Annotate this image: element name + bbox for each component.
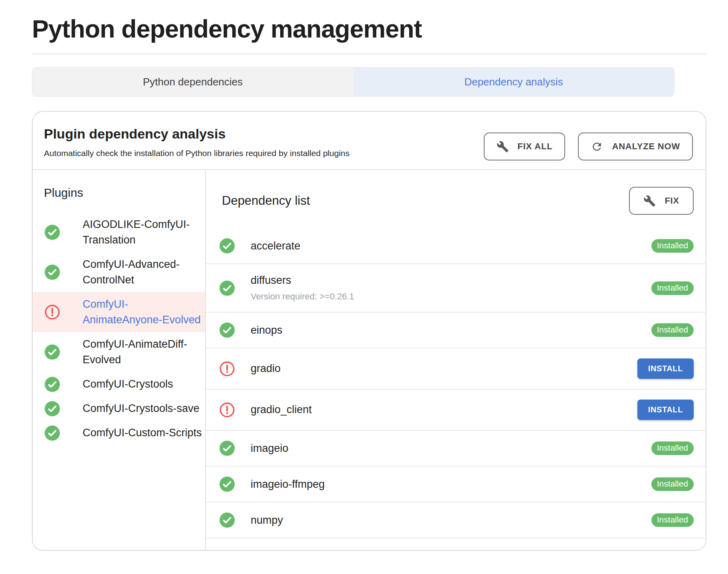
installed-badge: Installed [651,239,694,253]
dependency-text: einops [251,324,283,336]
dependency-name: imageio [251,442,289,455]
dependency-text: accelerate [251,240,301,252]
plugin-list-item[interactable]: ComfyUI-AnimateAnyone-Evolved [33,292,205,332]
installed-badge: Installed [651,477,694,491]
check-circle-icon [220,238,235,253]
analyze-now-button[interactable]: ANALYZE NOW [578,133,693,160]
installed-badge: Installed [651,281,694,295]
dependency-text: gradio [251,362,281,375]
error-circle-icon [220,361,235,376]
fix-all-button[interactable]: FIX ALL [484,133,566,160]
dependency-name: gradio_client [251,404,312,416]
check-circle-icon [220,477,235,492]
check-circle-icon [220,513,235,528]
card-body: Plugins AIGODLIKE-ComfyUI-Translation Co… [33,169,706,551]
check-circle-icon [220,513,235,528]
check-circle-icon [45,426,60,441]
dependency-name: numpy [251,514,283,526]
fix-all-label: FIX ALL [518,141,553,152]
dependency-text: numpy [251,514,283,526]
dependency-row: einops Installed [206,312,706,348]
check-circle-icon [45,401,60,416]
card-header-actions: FIX ALL ANALYZE NOW [484,133,693,160]
wrench-icon [497,141,509,153]
dependency-version-note: Version required: >=0.26.1 [251,291,354,302]
check-circle-icon [45,265,60,280]
plugin-dependency-analysis-card: Plugin dependency analysis Automatically… [32,111,706,551]
plugin-name: ComfyUI-AnimateDiff-Evolved [83,336,202,368]
check-circle-icon [45,344,60,360]
plugin-list-item[interactable]: AIGODLIKE-ComfyUI-Translation [33,212,205,252]
check-circle-icon [45,225,60,240]
check-circle-icon [220,477,235,492]
dependency-row: accelerate Installed [206,228,706,263]
dependency-name: einops [251,324,283,336]
page-title: Python dependency management [32,14,706,43]
card-title: Plugin dependency analysis [44,126,350,142]
install-button[interactable]: INSTALL [637,358,694,379]
dependency-row: imageio Installed [206,430,706,466]
dependency-row: imageio-ffmpeg Installed [206,466,706,502]
refresh-icon [591,141,603,153]
plugin-name: AIGODLIKE-ComfyUI-Translation [83,217,202,248]
check-circle-icon [220,441,235,456]
tab-bar: Python dependencies Dependency analysis [32,67,675,97]
check-circle-icon [220,323,235,338]
check-circle-icon [45,344,60,360]
plugins-panel: Plugins AIGODLIKE-ComfyUI-Translation Co… [33,170,205,551]
dependency-text: imageio [251,442,289,455]
dependency-text: imageio-ffmpeg [251,478,325,491]
analyze-now-label: ANALYZE NOW [612,141,680,152]
page: Python dependency management Python depe… [0,14,728,551]
check-circle-icon [220,441,235,456]
check-circle-icon [45,377,60,392]
check-circle-icon [45,426,60,441]
wrench-icon [643,195,656,207]
tab-python-dependencies[interactable]: Python dependencies [32,67,353,96]
tab-dependency-analysis[interactable]: Dependency analysis [353,67,674,96]
plugin-name: ComfyUI-Crystools-save [83,401,200,416]
plugin-list-item[interactable]: ComfyUI-AnimateDiff-Evolved [33,332,205,372]
install-button[interactable]: INSTALL [637,400,694,420]
check-circle-icon [45,265,60,280]
card-header-text: Plugin dependency analysis Automatically… [44,126,350,158]
check-circle-icon [220,238,235,253]
plugin-name: ComfyUI-Custom-Scripts [83,425,202,441]
plugin-list-item[interactable]: ComfyUI-Custom-Scripts [33,421,205,445]
plugin-name: ComfyUI-AnimateAnyone-Evolved [83,297,202,328]
installed-badge: Installed [651,323,694,337]
card-subtitle: Automatically check the installation of … [44,148,350,158]
dependency-text: diffusers Version required: >=0.26.1 [251,274,354,302]
plugin-list-item[interactable]: ComfyUI-Crystools [33,372,205,396]
error-circle-icon [220,361,235,376]
plugins-heading: Plugins [44,186,205,200]
dependency-name: diffusers [251,274,354,287]
plugin-list-item[interactable]: ComfyUI-Advanced-ControlNet [33,252,205,292]
fix-button[interactable]: FIX [629,187,694,215]
dependency-list-tail [206,538,706,551]
dependency-row: numpy Installed [206,502,706,538]
error-circle-icon [45,305,60,320]
check-circle-icon [220,323,235,338]
fix-label: FIX [665,196,679,206]
dependency-panel: Dependency list FIX accelerate Installed… [206,170,706,551]
installed-badge: Installed [651,441,694,455]
check-circle-icon [220,281,235,296]
dependency-text: gradio_client [251,404,312,416]
dependency-row: gradio INSTALL [206,348,706,389]
dependency-name: gradio [251,362,281,375]
dependency-row: diffusers Version required: >=0.26.1 Ins… [206,263,706,312]
card-header: Plugin dependency analysis Automatically… [33,112,706,169]
error-circle-icon [45,305,60,320]
check-circle-icon [45,377,60,392]
title-divider [32,53,706,54]
dependency-list: accelerate Installed diffusers Version r… [206,228,706,551]
plugin-list: AIGODLIKE-ComfyUI-Translation ComfyUI-Ad… [33,212,205,445]
plugin-name: ComfyUI-Advanced-ControlNet [83,257,202,288]
dependency-row: gradio_client INSTALL [206,389,706,430]
check-circle-icon [220,281,235,296]
dependency-name: imageio-ffmpeg [251,478,325,491]
error-circle-icon [220,402,235,418]
error-circle-icon [220,402,235,418]
plugin-list-item[interactable]: ComfyUI-Crystools-save [33,396,205,421]
